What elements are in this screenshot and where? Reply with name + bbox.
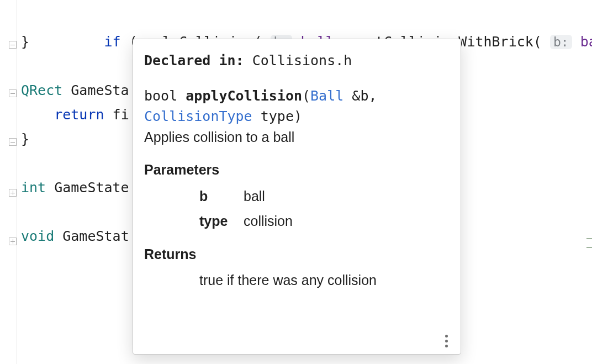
param-desc: ball bbox=[244, 186, 265, 207]
type-QRect[interactable]: QRect bbox=[21, 82, 62, 98]
parameters-heading: Parameters bbox=[144, 160, 450, 181]
quick-doc-popup: Declared in: Collisions.h bool applyColl… bbox=[133, 39, 461, 355]
param-row: type collision bbox=[199, 211, 450, 232]
fold-handle-collapsed[interactable] bbox=[9, 238, 17, 245]
declared-in-value[interactable]: Collisions.h bbox=[252, 52, 352, 68]
code-line[interactable]: if (applyCollision( b: ball_, getCollisi… bbox=[21, 6, 590, 30]
keyword-return: return bbox=[54, 107, 104, 123]
scrollbar-marker[interactable] bbox=[586, 238, 592, 248]
sig-fn-name: applyCollision bbox=[186, 88, 302, 104]
param-row: b ball bbox=[199, 186, 450, 207]
inlay-hint: b: bbox=[550, 35, 572, 49]
fold-handle[interactable] bbox=[9, 138, 17, 146]
more-options-icon[interactable] bbox=[440, 334, 453, 347]
fold-handle-collapsed[interactable] bbox=[9, 189, 17, 197]
param-name: b bbox=[199, 186, 244, 207]
returns-desc: true if there was any collision bbox=[199, 270, 450, 291]
sig-return-type: bool bbox=[144, 88, 177, 104]
code-editor[interactable]: if (applyCollision( b: ball_, getCollisi… bbox=[0, 0, 592, 364]
declared-in-label: Declared in: bbox=[144, 52, 244, 68]
fold-handle[interactable] bbox=[9, 41, 17, 49]
member-ball[interactable]: ball_ bbox=[580, 34, 592, 50]
sig-param-type[interactable]: Ball bbox=[310, 88, 343, 104]
sig-param-type[interactable]: CollisionType bbox=[144, 108, 252, 124]
type-void[interactable]: void bbox=[21, 228, 54, 244]
returns-heading: Returns bbox=[144, 244, 450, 265]
type-int[interactable]: int bbox=[21, 180, 46, 196]
doc-brief: Applies collision to a ball bbox=[144, 127, 450, 148]
signature: bool applyCollision(Ball &b, CollisionTy… bbox=[144, 86, 450, 127]
keyword-if: if bbox=[104, 34, 121, 50]
declared-in-line: Declared in: Collisions.h bbox=[144, 50, 450, 71]
fold-handle[interactable] bbox=[9, 89, 17, 97]
gutter bbox=[0, 0, 17, 364]
param-name: type bbox=[199, 211, 244, 232]
param-desc: collision bbox=[244, 211, 293, 232]
